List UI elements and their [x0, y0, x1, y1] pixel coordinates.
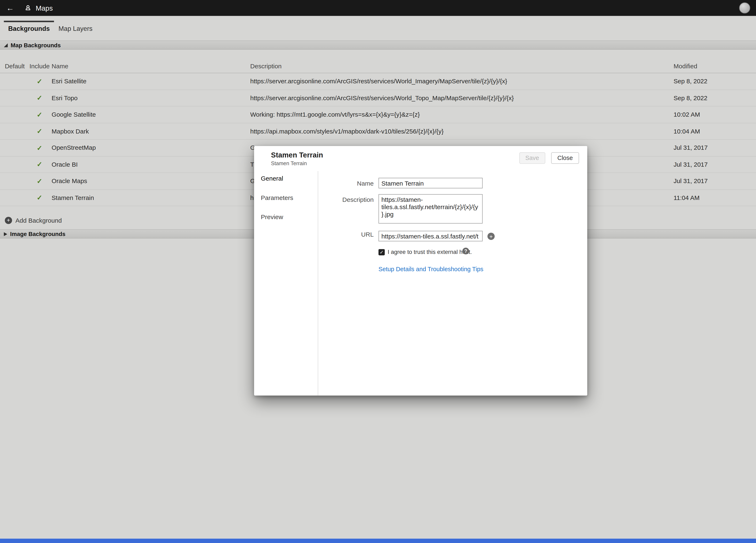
url-input[interactable] — [379, 231, 483, 242]
bottom-accent-bar — [0, 539, 756, 543]
background-modified: Sep 8, 2022 — [673, 94, 756, 102]
background-modified: Sep 8, 2022 — [673, 78, 756, 85]
background-name: Stamen Terrain — [52, 194, 250, 202]
dialog-nav-divider — [318, 171, 318, 395]
column-header: Modified — [673, 63, 756, 70]
save-button[interactable]: Save — [519, 152, 545, 164]
section-map-backgrounds[interactable]: Map Backgrounds — [0, 40, 756, 50]
background-modified: 11:04 AM — [673, 194, 756, 202]
table-row[interactable]: Google SatelliteWorking: https://mt1.goo… — [0, 106, 756, 123]
add-icon — [5, 217, 12, 224]
section-title: Map Backgrounds — [11, 42, 61, 48]
table-header: DefaultIncludeNameDescriptionModified — [0, 60, 756, 73]
section-title: Image Backgrounds — [10, 231, 65, 237]
background-name: Oracle BI — [52, 161, 250, 168]
dialog-nav-item-parameters[interactable]: Parameters — [261, 194, 317, 202]
trust-checkbox-label: I agree to trust this external host. — [388, 249, 472, 256]
dialog-nav: GeneralParametersPreview — [254, 175, 317, 233]
background-name: Esri Topo — [52, 94, 250, 102]
include-check-icon[interactable] — [28, 111, 52, 118]
name-label: Name — [321, 180, 374, 187]
background-modified: 10:02 AM — [673, 111, 756, 118]
table-row[interactable]: Mapbox Darkhttps://api.mapbox.com/styles… — [0, 123, 756, 140]
background-modified: Jul 31, 2017 — [673, 178, 756, 185]
page-title: Maps — [36, 4, 53, 12]
column-header: Name — [52, 63, 250, 70]
background-modified: 10:04 AM — [673, 128, 756, 135]
setup-details-link[interactable]: Setup Details and Troubleshooting Tips — [379, 266, 483, 272]
section-expanded-icon — [4, 43, 8, 47]
topbar: ← Maps — [0, 0, 756, 16]
background-description: Working: https://mt1.google.com/vt/lyrs=… — [250, 111, 674, 118]
section-collapsed-icon — [4, 232, 7, 236]
background-name: Google Satellite — [52, 111, 250, 118]
dialog-nav-item-preview[interactable]: Preview — [261, 214, 317, 221]
dialog-subtitle: Stamen Terrain — [271, 160, 307, 166]
column-header: Default — [5, 63, 28, 70]
include-check-icon[interactable] — [28, 144, 52, 152]
include-check-icon[interactable] — [28, 194, 52, 202]
background-name: Mapbox Dark — [52, 128, 250, 135]
maps-icon — [24, 4, 32, 12]
add-background-button[interactable]: Add Background — [5, 214, 62, 227]
edit-background-dialog: Stamen Terrain Stamen Terrain Save Close… — [254, 146, 587, 395]
column-header: Description — [250, 63, 674, 70]
column-header: Include — [28, 63, 52, 70]
dialog-nav-item-general[interactable]: General — [261, 175, 317, 183]
include-check-icon[interactable] — [28, 94, 52, 102]
table-row[interactable]: Esri Topohttps://server.arcgisonline.com… — [0, 90, 756, 106]
tab-backgrounds[interactable]: Backgrounds — [4, 21, 54, 37]
table-row[interactable]: Esri Satellitehttps://server.arcgisonlin… — [0, 73, 756, 90]
user-avatar[interactable] — [739, 3, 750, 14]
background-name: Oracle Maps — [52, 178, 250, 185]
description-label: Description — [321, 196, 374, 203]
background-name: OpenStreetMap — [52, 144, 250, 152]
background-description: https://server.arcgisonline.com/ArcGIS/r… — [250, 78, 674, 85]
background-description: https://server.arcgisonline.com/ArcGIS/r… — [250, 94, 674, 102]
url-label: URL — [321, 231, 374, 238]
dialog-title: Stamen Terrain — [271, 151, 323, 159]
description-input[interactable]: https://stamen-tiles.a.ssl.fastly.net/te… — [379, 194, 483, 224]
tab-map-layers[interactable]: Map Layers — [54, 21, 97, 37]
back-button[interactable]: ← — [6, 4, 16, 12]
include-check-icon[interactable] — [28, 177, 52, 185]
maps-admin-page: ← Maps Backgrounds Map Layers Map Backgr… — [0, 0, 756, 543]
include-check-icon[interactable] — [28, 78, 52, 85]
name-input[interactable] — [379, 178, 483, 189]
add-url-icon[interactable] — [488, 233, 495, 240]
close-button[interactable]: Close — [551, 152, 579, 164]
help-icon[interactable] — [462, 248, 469, 254]
background-modified: Jul 31, 2017 — [673, 161, 756, 168]
trust-checkbox[interactable] — [379, 249, 385, 256]
background-name: Esri Satellite — [52, 78, 250, 85]
add-background-label: Add Background — [15, 217, 62, 224]
include-check-icon[interactable] — [28, 127, 52, 135]
background-modified: Jul 31, 2017 — [673, 144, 756, 152]
include-check-icon[interactable] — [28, 161, 52, 168]
background-description: https://api.mapbox.com/styles/v1/mapbox/… — [250, 128, 674, 135]
tabbar: Backgrounds Map Layers — [4, 21, 97, 37]
